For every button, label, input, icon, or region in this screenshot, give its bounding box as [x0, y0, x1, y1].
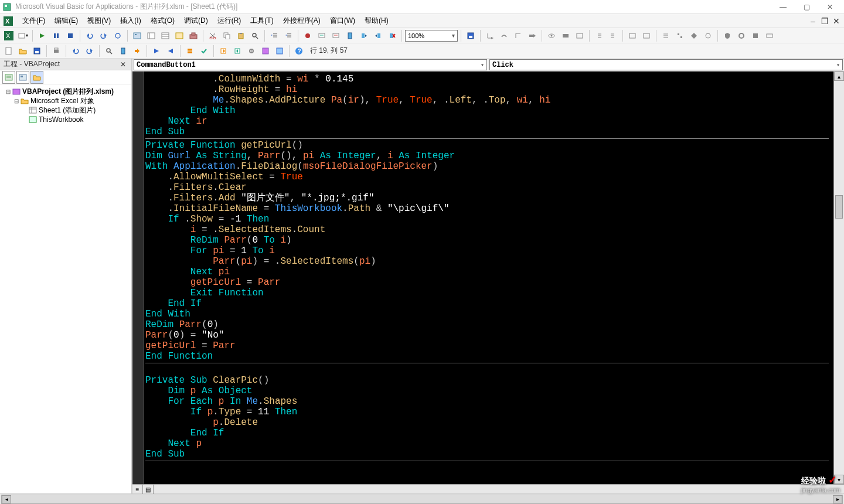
settings-button[interactable] [245, 45, 258, 57]
debug-runtocursor-button[interactable] [526, 29, 539, 42]
tools-addins-button[interactable] [749, 29, 762, 42]
find2-button[interactable] [103, 45, 115, 57]
goto-next-button[interactable] [131, 45, 144, 57]
refresh-button[interactable] [111, 29, 124, 42]
object-combo[interactable]: CommandButton1▾ [134, 59, 487, 70]
menu-insert[interactable]: 插入(I) [115, 15, 145, 27]
code-editor[interactable]: .ColumnWidth = wi * 0.145 .RowHeight = h… [144, 71, 833, 484]
print-button[interactable] [50, 45, 63, 57]
options-button[interactable] [735, 29, 748, 42]
comment-block-button[interactable] [626, 29, 639, 42]
run-button[interactable] [36, 29, 49, 42]
format-code-button[interactable] [183, 45, 196, 57]
uncomment-block-button[interactable] [640, 29, 653, 42]
scroll-thumb[interactable] [835, 195, 843, 219]
mdi-minimize-button[interactable]: – [808, 16, 818, 26]
redo2-button[interactable] [83, 45, 96, 57]
window-close-button[interactable]: ✕ [818, 0, 842, 14]
menu-run[interactable]: 运行(R) [213, 15, 246, 27]
references-button[interactable] [702, 29, 714, 42]
tree-folder-node[interactable]: ⊟ Microsoft Excel 对象 [2, 96, 129, 105]
full-module-view-button[interactable]: ▤ [143, 485, 154, 494]
stop-button[interactable] [64, 29, 77, 42]
scroll-down-button[interactable]: ▾ [834, 475, 844, 484]
view-excel-button[interactable]: X [2, 29, 15, 42]
scroll-left-button[interactable]: ◂ [2, 495, 11, 503]
margin-indicator-bar[interactable] [132, 71, 144, 484]
pause-button[interactable] [50, 29, 63, 42]
indent-block-button[interactable] [593, 29, 605, 42]
next-proc-button[interactable] [150, 45, 163, 57]
project-explorer-button[interactable] [145, 29, 158, 42]
insert-module-dropdown[interactable]: ▾ [16, 29, 29, 42]
window-minimize-button[interactable]: — [771, 0, 795, 14]
cut-button[interactable] [206, 29, 219, 42]
expand-icon[interactable]: ⊟ [5, 88, 12, 95]
call-stack-button[interactable] [673, 29, 686, 42]
design-mode-button[interactable] [131, 29, 144, 42]
menu-edit[interactable]: 编辑(E) [50, 15, 83, 27]
outdent-button[interactable] [282, 29, 295, 42]
view-code-button[interactable] [2, 71, 15, 84]
vba-editor-button[interactable] [259, 45, 272, 57]
watch-window-button[interactable] [559, 29, 572, 42]
menu-view[interactable]: 视图(V) [83, 15, 115, 27]
prev-proc-button[interactable] [164, 45, 177, 57]
debug-stepout-button[interactable] [512, 29, 525, 42]
new-file-button[interactable] [2, 45, 15, 57]
indent-button[interactable] [268, 29, 281, 42]
menu-help[interactable]: 帮助(H) [360, 15, 393, 27]
tree-sheet-node[interactable]: Sheet1 (添加图片) [2, 105, 129, 115]
paste-button[interactable] [234, 29, 247, 42]
uncomment-button[interactable] [329, 29, 342, 42]
debug-stepover-button[interactable] [498, 29, 511, 42]
locals-window-button[interactable] [573, 29, 586, 42]
redo-button[interactable] [97, 29, 110, 42]
window-maximize-button[interactable]: ▢ [795, 0, 818, 14]
menu-tools[interactable]: 工具(T) [246, 15, 278, 27]
export-button[interactable] [217, 45, 230, 57]
procedure-view-button[interactable]: ≡ [132, 485, 143, 494]
vertical-scrollbar[interactable]: ▴ ▾ [833, 71, 844, 484]
toggle-folders-button[interactable] [30, 71, 43, 84]
open-file-button[interactable] [16, 45, 29, 57]
panel-close-button[interactable]: ✕ [118, 60, 128, 69]
tree-project-node[interactable]: ⊟ VBAProject (图片排列.xlsm) [2, 87, 129, 96]
menu-window[interactable]: 窗口(W) [325, 15, 360, 27]
mdi-close-button[interactable]: ✕ [831, 16, 842, 26]
menu-format[interactable]: 格式(O) [146, 15, 179, 27]
procedure-combo[interactable]: Click▾ [489, 59, 843, 70]
properties-button[interactable] [159, 29, 172, 42]
scroll-up-button[interactable]: ▴ [834, 71, 844, 81]
copy-button[interactable] [220, 29, 233, 42]
next-bookmark-button[interactable] [358, 29, 370, 42]
menu-file[interactable]: 文件(F) [18, 15, 50, 27]
breakpoint-button[interactable] [301, 29, 314, 42]
quick-watch-button[interactable] [545, 29, 558, 42]
comment-button[interactable] [315, 29, 328, 42]
save-button[interactable] [464, 29, 477, 42]
userform-button[interactable] [273, 45, 286, 57]
outdent-block-button[interactable] [607, 29, 620, 42]
macro-security-button[interactable] [721, 29, 734, 42]
zoom-combo[interactable]: 100%▾ [405, 30, 458, 42]
undo2-button[interactable] [69, 45, 82, 57]
save-file-button[interactable] [30, 45, 43, 57]
view-object-button[interactable] [16, 71, 29, 84]
bookmark2-button[interactable] [117, 45, 130, 57]
clear-bookmarks-button[interactable] [386, 29, 399, 42]
mdi-restore-button[interactable]: ❐ [819, 16, 830, 26]
bookmark-button[interactable] [343, 29, 356, 42]
prev-bookmark-button[interactable] [372, 29, 384, 42]
horizontal-scrollbar[interactable]: ◂ ▸ [1, 495, 843, 504]
scroll-right-button[interactable]: ▸ [833, 495, 842, 503]
menu-debug[interactable]: 调试(D) [179, 15, 213, 27]
help-button[interactable]: ? [292, 45, 305, 57]
menu-addins[interactable]: 外接程序(A) [278, 15, 325, 27]
tree-workbook-node[interactable]: ThisWorkbook [2, 115, 129, 124]
immediate-window-button[interactable] [763, 29, 776, 42]
syntax-check-button[interactable] [198, 45, 210, 57]
import-button[interactable] [231, 45, 244, 57]
compile-button[interactable] [688, 29, 700, 42]
undo-button[interactable] [83, 29, 96, 42]
